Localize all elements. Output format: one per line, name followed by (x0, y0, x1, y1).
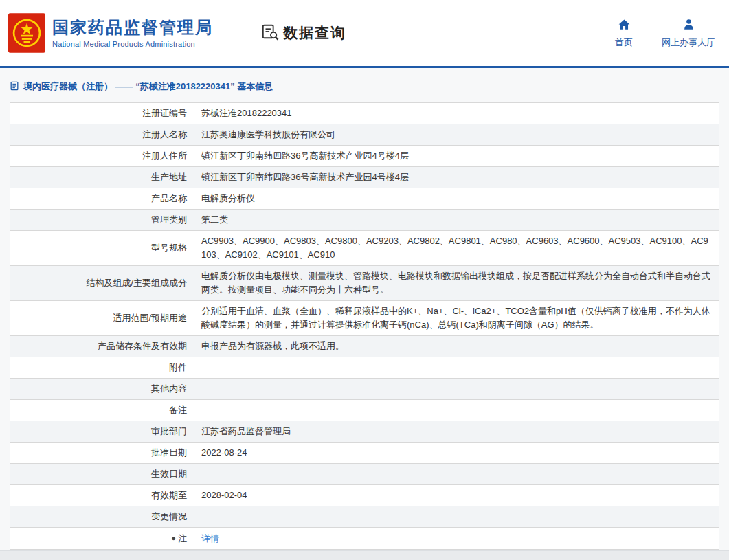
field-value: 详情 (194, 528, 719, 550)
field-value: 苏械注准20182220341 (194, 103, 719, 124)
table-row: 注册人名称 江苏奥迪康医学科技股份有限公司 (10, 124, 719, 146)
field-label: 其他内容 (10, 379, 194, 400)
nav-home[interactable]: 首页 (615, 18, 633, 49)
field-value (194, 357, 719, 379)
detail-link[interactable]: 详情 (201, 533, 219, 544)
agency-title: 国家药品监督管理局 (52, 18, 213, 38)
data-query-label: 数据查询 (283, 23, 346, 43)
table-row: 管理类别 第二类 (10, 210, 719, 231)
breadcrumb-text: 境内医疗器械（注册） —— “苏械注准20182220341” 基本信息 (23, 80, 273, 93)
field-label: 变更情况 (10, 506, 194, 528)
field-label: 批准日期 (10, 443, 194, 464)
field-label: 生产地址 (10, 167, 194, 188)
field-value: 镇江新区丁卯南纬四路36号高新技术产业园4号楼4层 (194, 167, 719, 188)
field-label: 结构及组成/主要组成成分 (10, 266, 194, 301)
field-label: 型号规格 (10, 231, 194, 266)
nav-service-hall[interactable]: 网上办事大厅 (662, 18, 715, 49)
field-label: 管理类别 (10, 210, 194, 231)
field-label: 产品储存条件及有效期 (10, 336, 194, 357)
header-nav: 首页 网上办事大厅 (615, 18, 715, 49)
field-value: 2022-08-24 (194, 443, 719, 464)
data-query-title: 数据查询 (261, 23, 346, 44)
table-row: 注册人住所 镇江新区丁卯南纬四路36号高新技术产业园4号楼4层 (10, 146, 719, 167)
table-row: 注册证编号 苏械注准20182220341 (10, 103, 719, 124)
field-value: 电解质分析仪 (194, 188, 719, 210)
agency-title-block: 国家药品监督管理局 National Medical Products Admi… (52, 18, 213, 49)
table-row: 产品名称 电解质分析仪 (10, 188, 719, 210)
field-label: 产品名称 (10, 188, 194, 210)
field-label: 生效日期 (10, 464, 194, 485)
note-icon: ● (171, 534, 176, 542)
table-row: 生效日期 (10, 464, 719, 485)
table-row: 批准日期 2022-08-24 (10, 443, 719, 464)
table-row: 审批部门 江苏省药品监督管理局 (10, 421, 719, 443)
field-value: 镇江新区丁卯南纬四路36号高新技术产业园4号楼4层 (194, 146, 719, 167)
table-row: 型号规格 AC9903、AC9900、AC9803、AC9800、AC9203、… (10, 231, 719, 266)
field-value: 第二类 (194, 210, 719, 231)
field-label: 审批部门 (10, 421, 194, 443)
field-label: 有效期至 (10, 485, 194, 506)
field-value: 江苏奥迪康医学科技股份有限公司 (194, 124, 719, 146)
person-icon (682, 18, 695, 33)
field-value: 电解质分析仪由电极模块、测量模块、管路模块、电路模块和数据输出模块组成，按是否配… (194, 266, 719, 301)
data-query-icon (261, 23, 279, 44)
field-label: 适用范围/预期用途 (10, 301, 194, 336)
field-value: 2028-02-04 (194, 485, 719, 506)
nmpa-emblem-icon (8, 13, 45, 53)
table-row: ●注 详情 (10, 528, 719, 550)
document-icon (10, 81, 19, 93)
field-value: AC9903、AC9900、AC9803、AC9800、AC9203、AC980… (194, 231, 719, 266)
nav-service-hall-label: 网上办事大厅 (662, 36, 715, 49)
field-value (194, 400, 719, 421)
table-row: 有效期至 2028-02-04 (10, 485, 719, 506)
field-label: 注册人名称 (10, 124, 194, 146)
field-value (194, 506, 719, 528)
content-area: 境内医疗器械（注册） —— “苏械注准20182220341” 基本信息 注册证… (0, 68, 729, 550)
field-value: 分别适用于血清、血浆（全血）、稀释尿液样品中的K+、Na+、Cl-、iCa2+、… (194, 301, 719, 336)
note-label: 注 (178, 533, 187, 544)
footer-strip (0, 550, 729, 560)
field-label: ●注 (10, 528, 194, 550)
table-row: 产品储存条件及有效期 申报产品为有源器械，此项不适用。 (10, 336, 719, 357)
page: 国家药品监督管理局 National Medical Products Admi… (0, 0, 729, 560)
field-value (194, 379, 719, 400)
field-label: 注册证编号 (10, 103, 194, 124)
table-row: 备注 (10, 400, 719, 421)
field-value: 申报产品为有源器械，此项不适用。 (194, 336, 719, 357)
nav-home-label: 首页 (615, 36, 633, 49)
home-icon (618, 18, 631, 33)
table-row: 生产地址 镇江新区丁卯南纬四路36号高新技术产业园4号楼4层 (10, 167, 719, 188)
table-row: 变更情况 (10, 506, 719, 528)
table-row: 结构及组成/主要组成成分 电解质分析仪由电极模块、测量模块、管路模块、电路模块和… (10, 266, 719, 301)
breadcrumb: 境内医疗器械（注册） —— “苏械注准20182220341” 基本信息 (0, 68, 729, 102)
field-label: 附件 (10, 357, 194, 379)
field-value (194, 464, 719, 485)
agency-subtitle: National Medical Products Administration (52, 40, 213, 48)
table-row: 适用范围/预期用途 分别适用于血清、血浆（全血）、稀释尿液样品中的K+、Na+、… (10, 301, 719, 336)
table-row: 附件 (10, 357, 719, 379)
field-label: 注册人住所 (10, 146, 194, 167)
table-row: 其他内容 (10, 379, 719, 400)
detail-table: 注册证编号 苏械注准20182220341 注册人名称 江苏奥迪康医学科技股份有… (10, 102, 719, 550)
header: 国家药品监督管理局 National Medical Products Admi… (0, 0, 729, 66)
field-value: 江苏省药品监督管理局 (194, 421, 719, 443)
field-label: 备注 (10, 400, 194, 421)
